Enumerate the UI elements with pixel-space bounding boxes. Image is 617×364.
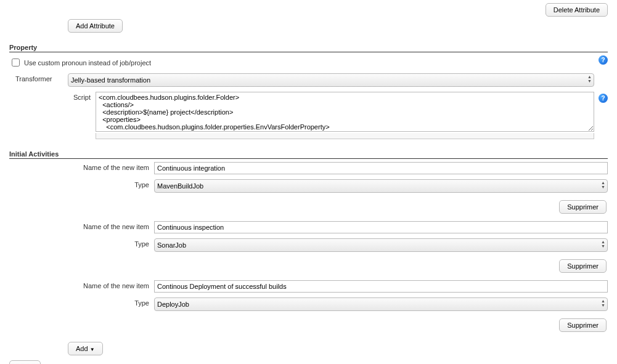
delete-item-button[interactable]: Supprimer	[559, 200, 607, 214]
script-resize-bar[interactable]	[96, 133, 594, 139]
item-name-input[interactable]	[154, 162, 608, 174]
custom-pronoun-label: Use custom pronoun instead of job/projec…	[24, 59, 151, 67]
item-name-label: Name of the new item	[74, 162, 154, 171]
custom-pronoun-checkbox[interactable]	[12, 59, 20, 67]
add-activity-button[interactable]: Add ▼	[68, 342, 103, 355]
transformer-select[interactable]: Jelly-based transformation	[68, 73, 594, 87]
transformer-label: Transformer	[9, 73, 68, 83]
help-icon[interactable]: ?	[599, 55, 608, 65]
initial-activities-heading: Initial Activities	[9, 150, 608, 159]
delete-item-button[interactable]: Supprimer	[559, 259, 607, 273]
activity-item: Name of the new item Type SonarJob ▲▼ Su…	[74, 221, 608, 279]
save-button[interactable]: Save	[9, 360, 41, 364]
item-name-input[interactable]	[154, 221, 608, 233]
item-type-select[interactable]: DeployJob	[154, 297, 608, 311]
activity-item: Name of the new item Type DeployJob ▲▼ S…	[74, 280, 608, 338]
help-icon[interactable]: ?	[599, 94, 608, 103]
item-name-label: Name of the new item	[74, 280, 154, 289]
item-type-select[interactable]: SonarJob	[154, 238, 608, 252]
script-label: Script	[9, 92, 96, 101]
item-type-label: Type	[74, 179, 154, 188]
item-name-label: Name of the new item	[74, 221, 154, 230]
property-heading: Property	[9, 44, 608, 52]
activity-item: Name of the new item Type MavenBuildJob …	[74, 162, 608, 220]
item-type-label: Type	[74, 238, 154, 248]
item-type-select[interactable]: MavenBuildJob	[154, 179, 608, 193]
item-type-label: Type	[74, 297, 154, 307]
delete-attribute-button[interactable]: Delete Attribute	[545, 3, 608, 17]
delete-item-button[interactable]: Supprimer	[559, 318, 607, 332]
item-name-input[interactable]	[154, 280, 608, 293]
script-textarea[interactable]	[96, 92, 594, 132]
chevron-down-icon: ▼	[90, 347, 95, 352]
add-attribute-button[interactable]: Add Attribute	[68, 19, 123, 33]
